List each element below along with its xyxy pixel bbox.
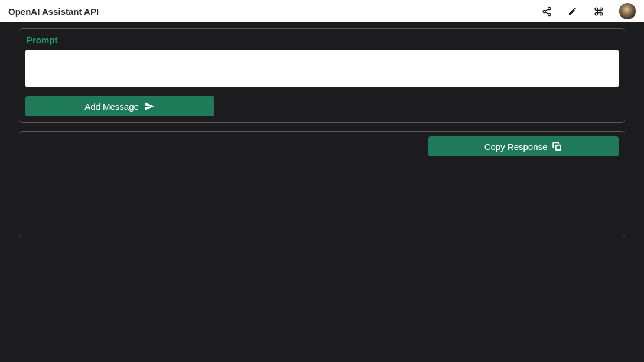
prompt-input[interactable]: [25, 50, 619, 87]
topbar-actions: [541, 3, 636, 19]
copy-response-label: Copy Response: [484, 142, 548, 152]
copy-icon: [552, 141, 562, 152]
svg-point-2: [548, 13, 550, 15]
svg-point-0: [548, 7, 550, 9]
pencil-icon[interactable]: [567, 6, 578, 17]
svg-line-4: [545, 9, 548, 11]
page-title: OpenAI Assistant API: [8, 6, 99, 17]
send-icon: [144, 101, 155, 112]
command-icon[interactable]: [593, 6, 604, 17]
svg-point-1: [543, 10, 545, 12]
add-message-label: Add Message: [84, 102, 139, 112]
prompt-panel: Prompt Add Message: [19, 28, 625, 123]
user-avatar[interactable]: [619, 3, 636, 19]
copy-response-button[interactable]: Copy Response: [428, 136, 619, 156]
prompt-label: Prompt: [27, 35, 619, 45]
add-message-button[interactable]: Add Message: [25, 96, 214, 116]
svg-rect-5: [556, 145, 561, 150]
svg-line-3: [545, 12, 548, 14]
main-content: Prompt Add Message Copy Response: [0, 22, 644, 252]
response-panel: Copy Response: [19, 131, 625, 237]
share-icon[interactable]: [541, 6, 552, 17]
top-bar: OpenAI Assistant API: [0, 0, 644, 22]
